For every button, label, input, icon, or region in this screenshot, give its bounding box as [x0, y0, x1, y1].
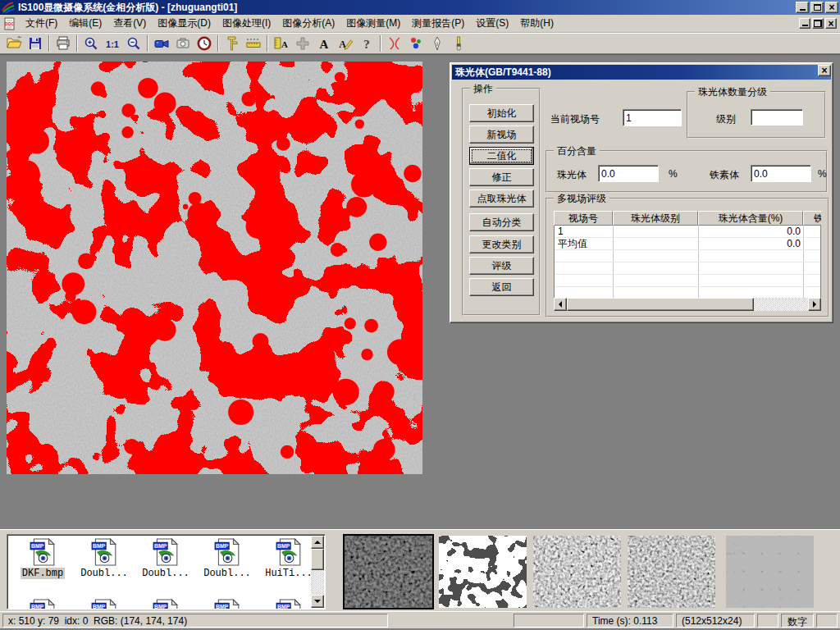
print-button[interactable] — [52, 34, 74, 53]
bmp-file-icon — [275, 538, 303, 566]
app-logo-icon — [2, 1, 15, 14]
document-icon — [3, 17, 16, 30]
minimize-button[interactable] — [796, 2, 809, 13]
save-file-button[interactable] — [25, 34, 46, 53]
ruler-measure-button[interactable] — [243, 34, 264, 53]
menu-view[interactable]: 查看(V) — [107, 15, 152, 32]
menu-help[interactable]: 帮助(H) — [514, 15, 559, 32]
binarize-button[interactable]: 二值化 — [469, 147, 534, 165]
header-pearlite-level: 珠光体级别 — [613, 211, 698, 226]
menu-edit[interactable]: 编辑(E) — [63, 15, 107, 32]
pen-tool-button[interactable] — [427, 34, 448, 53]
actual-size-button[interactable] — [102, 34, 123, 53]
video-camera-icon — [153, 35, 170, 52]
curve-tool-button[interactable] — [384, 34, 405, 53]
file-item[interactable] — [258, 599, 319, 609]
camera-capture-button[interactable] — [172, 34, 194, 53]
menu-measure-report[interactable]: 测量报告(P) — [406, 15, 470, 32]
correct-button[interactable]: 修正 — [469, 168, 534, 186]
ferrite-percent-sign: % — [818, 168, 827, 180]
menu-file[interactable]: 文件(F) — [20, 15, 63, 32]
one-to-one-icon — [104, 35, 121, 52]
video-capture-button[interactable] — [151, 34, 172, 53]
dialog-close-button[interactable]: × — [818, 65, 831, 76]
scroll-thumb[interactable] — [311, 549, 324, 570]
change-class-button[interactable]: 更改类别 — [469, 235, 534, 253]
dialog-title-bar: 珠光体(GB/T9441-88) — [452, 65, 831, 80]
rate-button[interactable]: 评级 — [469, 257, 534, 275]
scroll-thumb[interactable] — [567, 298, 754, 311]
mdi-close-button[interactable]: × — [825, 18, 837, 29]
file-item[interactable] — [135, 599, 196, 609]
scroll-left-button[interactable] — [554, 298, 567, 311]
file-item[interactable]: Doubl... — [135, 538, 196, 579]
table-row[interactable] — [555, 262, 820, 275]
brush-tool-button[interactable] — [448, 34, 469, 53]
zoom-in-button[interactable] — [80, 34, 102, 53]
table-row[interactable]: 1 0.0 — [555, 226, 820, 238]
file-item[interactable] — [12, 599, 73, 609]
multi-field-group-label: 多视场评级 — [554, 192, 609, 206]
file-item[interactable]: DKF.bmp — [12, 538, 73, 579]
timer-button[interactable] — [194, 34, 215, 53]
table-row[interactable] — [555, 250, 820, 262]
menu-settings[interactable]: 设置(S) — [470, 15, 514, 32]
text-label-button[interactable] — [313, 34, 335, 53]
table-row[interactable]: 平均值 0.0 — [555, 238, 820, 250]
thumbnail-2[interactable] — [439, 536, 527, 608]
status-image-size: (512x512x24) — [676, 614, 755, 628]
initialize-button[interactable]: 初始化 — [469, 104, 534, 122]
scroll-right-button[interactable] — [808, 298, 821, 311]
pick-pearlite-button[interactable]: 点取珠光体 — [469, 189, 534, 208]
menu-image-measure[interactable]: 图像测量(M) — [340, 15, 406, 32]
rating-table-body: 1 0.0 平均值 0.0 — [554, 226, 821, 298]
level-input[interactable] — [751, 109, 803, 126]
thumbnail-5[interactable] — [726, 536, 814, 608]
merge-button[interactable] — [292, 34, 313, 53]
header-ferrite: 铁素体 — [803, 211, 821, 226]
file-name: Doubl... — [202, 568, 253, 579]
menu-image-processing[interactable]: 图像处理(I) — [217, 15, 276, 32]
zoom-out-button[interactable] — [123, 34, 144, 53]
open-file-button[interactable] — [3, 34, 25, 53]
color-classify-button[interactable] — [405, 34, 427, 53]
current-field-input[interactable] — [623, 109, 682, 126]
thumbnail-1[interactable] — [345, 536, 432, 608]
file-item[interactable] — [74, 599, 135, 609]
close-button[interactable]: × — [825, 2, 838, 13]
auto-classify-button[interactable]: 自动分类 — [469, 213, 534, 231]
menu-bar: 文件(F) 编辑(E) 查看(V) 图像显示(D) 图像处理(I) 图像分析(A… — [0, 15, 840, 33]
maximize-button[interactable] — [810, 2, 824, 13]
measure-annotate-button[interactable] — [271, 34, 292, 53]
file-item[interactable]: Doubl... — [74, 538, 135, 579]
scroll-track[interactable] — [567, 298, 808, 311]
mdi-restore-button[interactable] — [812, 18, 824, 29]
menu-image-display[interactable]: 图像显示(D) — [152, 15, 217, 32]
table-row[interactable] — [555, 275, 820, 287]
letter-a-icon — [316, 35, 332, 52]
percent-group: 百分含量 珠光体 % 铁素体 % — [546, 150, 828, 193]
scroll-up-button[interactable] — [311, 536, 324, 549]
help-button[interactable] — [356, 34, 377, 53]
file-item[interactable]: Doubl... — [197, 538, 258, 579]
menu-image-analysis[interactable]: 图像分析(A) — [276, 15, 340, 32]
bmp-file-icon — [29, 538, 57, 566]
toolbar-separator — [147, 35, 148, 52]
caliper-measure-button[interactable] — [221, 34, 243, 53]
specimen-image[interactable] — [7, 62, 422, 474]
mdi-minimize-button[interactable] — [799, 18, 810, 29]
scroll-track[interactable] — [311, 549, 324, 595]
edit-annotation-button[interactable] — [335, 34, 356, 53]
clock-icon — [196, 35, 212, 52]
new-field-button[interactable]: 新视场 — [469, 126, 534, 144]
return-button[interactable]: 返回 — [469, 278, 534, 296]
file-item[interactable]: HuiTi... — [258, 538, 319, 579]
ferrite-percent-input[interactable] — [751, 165, 811, 182]
thumbnail-4[interactable] — [628, 536, 715, 608]
file-item[interactable] — [197, 599, 258, 609]
scroll-down-button[interactable] — [311, 595, 324, 608]
pearlite-percent-input[interactable] — [598, 165, 659, 182]
pearlite-label: 珠光体 — [557, 168, 587, 182]
thumbnail-3[interactable] — [533, 536, 621, 608]
grading-group: 珠光体数量分级 级别 — [687, 91, 826, 139]
